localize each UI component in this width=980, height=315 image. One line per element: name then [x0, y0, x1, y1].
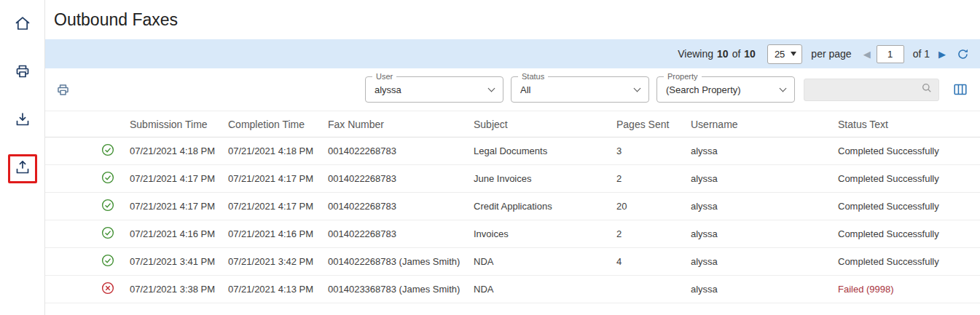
status-filter-label: Status [518, 71, 548, 81]
sidebar-item-fax[interactable] [8, 58, 37, 87]
viewing-summary: Viewing 10 of 10 [678, 48, 756, 60]
page-title: Outbound Faxes [45, 0, 980, 39]
chevron-down-icon [780, 84, 787, 92]
property-filter-dropdown[interactable]: Property (Search Property) [656, 76, 795, 103]
download-icon [14, 111, 31, 131]
header-submission-time[interactable]: Submission Time [130, 119, 228, 130]
outbound-faxes-app: Outbound Faxes Viewing 10 of 10 25 per p… [0, 0, 980, 315]
header-subject[interactable]: Subject [474, 119, 616, 130]
success-check-icon [101, 226, 114, 242]
cell-pages-sent: 2 [616, 173, 691, 184]
header-username[interactable]: Username [691, 119, 838, 130]
cell-fax-number: 0014023368783 (James Smith) [328, 284, 474, 295]
cell-fax-number: 0014022268783 (James Smith) [328, 256, 474, 267]
cell-submission-time: 07/21/2021 4:17 PM [130, 201, 228, 212]
success-check-icon [101, 199, 114, 214]
per-page-value: 25 [775, 49, 785, 60]
table-row[interactable]: 07/21/2021 3:38 PM 07/21/2021 4:13 PM 00… [45, 276, 980, 303]
fax-machine-icon [14, 63, 31, 83]
per-page-label: per page [811, 48, 851, 60]
cell-submission-time: 07/21/2021 4:16 PM [130, 228, 228, 239]
success-check-icon [101, 171, 114, 186]
left-icon-sidebar [0, 0, 45, 315]
header-fax-number[interactable]: Fax Number [328, 119, 474, 130]
cell-completion-time: 07/21/2021 4:18 PM [228, 145, 328, 156]
cell-subject: NDA [474, 284, 616, 295]
previous-page-icon[interactable]: ◀ [863, 49, 871, 60]
status-filter-value: All [520, 84, 635, 95]
cell-username: alyssa [691, 173, 838, 184]
header-pages-sent[interactable]: Pages Sent [616, 119, 691, 130]
sidebar-item-download[interactable] [8, 106, 37, 135]
cell-status-text: Completed Successfully [838, 228, 980, 239]
cell-submission-time: 07/21/2021 3:38 PM [130, 284, 228, 295]
cell-fax-number: 0014022268783 [328, 173, 474, 184]
cell-fax-number: 0014022268783 [328, 201, 474, 212]
cell-fax-number: 0014022268783 [328, 145, 474, 156]
chevron-down-icon [791, 52, 796, 56]
search-input[interactable] [810, 84, 921, 96]
viewing-prefix: Viewing [678, 48, 713, 60]
user-filter-dropdown[interactable]: User alyssa [365, 76, 503, 103]
cell-subject: Invoices [474, 228, 616, 239]
cell-completion-time: 07/21/2021 4:17 PM [228, 201, 328, 212]
upload-icon [14, 159, 31, 179]
viewing-shown-count: 10 [717, 48, 729, 60]
cell-pages-sent: 20 [616, 201, 691, 212]
sidebar-item-home[interactable] [8, 10, 37, 39]
success-check-icon [101, 254, 114, 269]
table-row[interactable]: 07/21/2021 4:16 PM 07/21/2021 4:16 PM 00… [45, 220, 980, 248]
per-page-select[interactable]: 25 [767, 44, 802, 64]
next-page-icon[interactable]: ▶ [938, 49, 946, 60]
chevron-down-icon [488, 84, 495, 92]
pagination-bar: Viewing 10 of 10 25 per page ◀ of 1 ▶ [45, 39, 980, 68]
search-box [804, 79, 939, 101]
table-row[interactable]: 07/21/2021 4:17 PM 07/21/2021 4:17 PM 00… [45, 193, 980, 220]
cell-completion-time: 07/21/2021 4:17 PM [228, 173, 328, 184]
user-filter-label: User [372, 71, 396, 81]
refresh-icon[interactable] [956, 47, 970, 61]
cell-status-text: Completed Successfully [838, 201, 980, 212]
cell-pages-sent: 2 [616, 228, 691, 239]
page-of-label: of 1 [913, 48, 930, 60]
table-row[interactable]: 07/21/2021 3:41 PM 07/21/2021 3:42 PM 00… [45, 248, 980, 276]
table-row[interactable]: 07/21/2021 4:17 PM 07/21/2021 4:17 PM 00… [45, 165, 980, 193]
cell-status-text: Completed Successfully [838, 256, 980, 267]
property-filter-value: (Search Property) [666, 84, 780, 95]
outbound-faxes-table: Submission Time Completion Time Fax Numb… [45, 111, 980, 303]
main-content: Outbound Faxes Viewing 10 of 10 25 per p… [45, 0, 980, 315]
page-number-input[interactable] [877, 45, 904, 63]
cell-pages-sent: 4 [616, 256, 691, 267]
cell-submission-time: 07/21/2021 4:17 PM [130, 173, 228, 184]
chevron-down-icon [634, 84, 641, 92]
header-completion-time[interactable]: Completion Time [228, 119, 328, 130]
failed-x-icon [101, 282, 114, 297]
status-filter-dropdown[interactable]: Status All [511, 76, 649, 103]
cell-subject: Legal Documents [474, 145, 616, 156]
cell-pages-sent: 3 [616, 145, 691, 156]
property-filter-label: Property [664, 71, 702, 81]
column-chooser-icon[interactable] [952, 81, 968, 97]
cell-status-text: Completed Successfully [838, 173, 980, 184]
cell-fax-number: 0014022268783 [328, 228, 474, 239]
table-row[interactable]: 07/21/2021 4:18 PM 07/21/2021 4:18 PM 00… [45, 137, 980, 165]
header-status-text[interactable]: Status Text [838, 119, 980, 130]
table-header-row: Submission Time Completion Time Fax Numb… [45, 111, 980, 137]
cell-username: alyssa [691, 201, 838, 212]
user-filter-value: alyssa [375, 84, 489, 95]
cell-submission-time: 07/21/2021 4:18 PM [130, 145, 228, 156]
print-icon[interactable] [55, 82, 71, 97]
success-check-icon [101, 143, 114, 159]
cell-completion-time: 07/21/2021 3:42 PM [228, 256, 328, 267]
cell-subject: NDA [474, 256, 616, 267]
home-icon [14, 15, 31, 35]
cell-username: alyssa [691, 228, 838, 239]
cell-status-text: Completed Successfully [838, 145, 980, 156]
cell-username: alyssa [691, 256, 838, 267]
cell-subject: June Invoices [474, 173, 616, 184]
cell-submission-time: 07/21/2021 3:41 PM [130, 256, 228, 267]
cell-username: alyssa [691, 284, 838, 295]
sidebar-item-upload[interactable] [8, 154, 37, 183]
search-icon [921, 82, 933, 97]
cell-completion-time: 07/21/2021 4:16 PM [228, 228, 328, 239]
